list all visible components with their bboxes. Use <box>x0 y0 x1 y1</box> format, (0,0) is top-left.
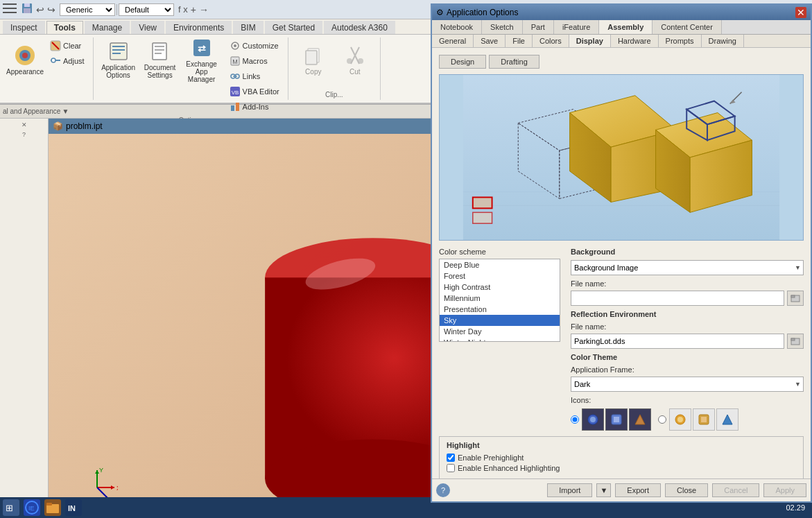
prehighlight-label: Enable Prehighlight <box>458 454 524 462</box>
taskbar-start[interactable]: ⊞ <box>3 499 19 516</box>
app-frame-dropdown[interactable]: Dark Light <box>571 377 804 392</box>
tab-get-started[interactable]: Get Started <box>265 21 322 34</box>
copy-button[interactable]: Copy <box>294 39 333 80</box>
svg-text:⊞: ⊞ <box>6 503 13 513</box>
import-dropdown-button[interactable]: ▼ <box>596 483 611 497</box>
links-button[interactable]: Links <box>227 69 282 83</box>
tab-content-center[interactable]: Content Center <box>653 20 722 34</box>
appearance-button[interactable]: Appearance <box>6 39 44 80</box>
svg-rect-1 <box>3 8 17 9</box>
redo-icon[interactable]: ↪ <box>47 4 55 15</box>
appearance-group-label <box>6 96 87 98</box>
enhanced-highlight-checkbox[interactable] <box>447 464 455 472</box>
subtab-file[interactable]: File <box>506 35 533 47</box>
svg-rect-2 <box>3 12 17 13</box>
background-dropdown-wrapper[interactable]: Background Image 1 Color 2 Colors Image <box>571 260 804 275</box>
background-file-input[interactable] <box>571 291 784 306</box>
cut-label: Cut <box>349 68 361 76</box>
svg-rect-17 <box>153 43 166 60</box>
svg-text:M: M <box>232 58 238 65</box>
tab-view[interactable]: View <box>131 21 164 34</box>
help-button[interactable]: ? <box>436 483 450 497</box>
cut-button[interactable]: Cut <box>336 39 374 80</box>
cancel-button[interactable]: Cancel <box>712 483 759 497</box>
vba-editor-button[interactable]: VB VBA Editor <box>227 85 282 98</box>
prehighlight-checkbox[interactable] <box>447 454 455 462</box>
tab-autodesk[interactable]: Autodesk A360 <box>324 21 395 34</box>
customize-button[interactable]: Customize <box>227 39 282 53</box>
drafting-button[interactable]: Drafting <box>489 55 539 69</box>
enhanced-highlight-row: Enable Enhanced Highlighting <box>447 464 796 472</box>
scheme-forest[interactable]: Forest <box>440 270 560 282</box>
quick-save-icon[interactable] <box>21 2 33 17</box>
svg-rect-78 <box>791 338 795 340</box>
close-button[interactable]: Close <box>665 483 708 497</box>
tab-environments[interactable]: Environments <box>166 21 232 34</box>
svg-marker-83 <box>635 415 645 424</box>
import-button[interactable]: Import <box>547 483 592 497</box>
subtab-drawing[interactable]: Drawing <box>702 35 744 47</box>
app-frame-dropdown-wrapper[interactable]: Dark Light <box>571 377 804 392</box>
scheme-winter-night[interactable]: Winter Night <box>440 337 560 342</box>
subtab-prompts[interactable]: Prompts <box>659 35 702 47</box>
subtab-hardware[interactable]: Hardware <box>611 35 659 47</box>
adjust-button[interactable]: Adjust <box>47 54 87 68</box>
document-settings-button[interactable]: DocumentSettings <box>141 39 180 80</box>
scheme-high-contrast[interactable]: High Contrast <box>440 282 560 293</box>
scheme-deep-blue[interactable]: Deep Blue <box>440 259 560 270</box>
taskbar-inventor[interactable]: IN <box>65 499 82 516</box>
dialog-outer-tabs: Notebook Sketch Part iFeature Assembly C… <box>432 20 811 35</box>
background-file-browse-btn[interactable] <box>787 291 804 306</box>
export-button[interactable]: Export <box>615 483 661 497</box>
reflection-file-input[interactable] <box>571 334 784 349</box>
scheme-winter-day[interactable]: Winter Day <box>440 326 560 337</box>
apply-button[interactable]: Apply <box>763 483 806 497</box>
scheme-millennium[interactable]: Millennium <box>440 293 560 304</box>
tab-tools[interactable]: Tools <box>46 21 83 34</box>
tab-sketch[interactable]: Sketch <box>482 20 523 34</box>
scheme-presentation[interactable]: Presentation <box>440 304 560 315</box>
design-button[interactable]: Design <box>439 55 486 69</box>
exchange-app-button[interactable]: ⇄ ExchangeApp Manager <box>182 39 221 80</box>
tab-ifeature[interactable]: iFeature <box>554 20 599 34</box>
clear-button[interactable]: Clear <box>47 39 87 53</box>
tab-part[interactable]: Part <box>523 20 554 34</box>
icon-light-radio[interactable] <box>658 415 666 424</box>
plus-icon[interactable]: + <box>191 4 196 15</box>
generic-dropdown[interactable]: Generic <box>60 3 115 16</box>
icon-dark-radio[interactable] <box>571 415 579 424</box>
viewport-title: problm.ipt <box>66 121 103 131</box>
taskbar-ie[interactable]: IE <box>24 499 40 516</box>
app-options-icon <box>107 40 130 62</box>
scheme-sky[interactable]: Sky <box>440 315 560 326</box>
arrow-icon[interactable]: → <box>199 4 209 15</box>
tab-notebook[interactable]: Notebook <box>432 20 482 34</box>
viewport-icon: 📦 <box>53 121 63 131</box>
tab-bim[interactable]: BIM <box>233 21 263 34</box>
icon-option-light <box>658 408 738 431</box>
default-dropdown[interactable]: Default <box>119 3 174 16</box>
svg-point-80 <box>590 417 596 422</box>
subtab-save[interactable]: Save <box>474 35 506 47</box>
tab-inspect[interactable]: Inspect <box>3 21 45 34</box>
undo-icon[interactable]: ↩ <box>36 4 44 15</box>
macros-button[interactable]: M Macros <box>227 54 282 68</box>
app-menu-icon[interactable] <box>3 3 17 15</box>
clipboard-items: Copy Cut <box>294 39 374 80</box>
reflection-file-browse-btn[interactable] <box>787 334 804 349</box>
color-scheme-listbox[interactable]: Deep Blue Forest High Contrast Millenniu… <box>439 259 560 342</box>
svg-marker-48 <box>111 485 114 490</box>
breadcrumb-dropdown[interactable]: ▼ <box>62 107 69 115</box>
dialog-close-button[interactable]: ✕ <box>795 7 806 18</box>
background-dropdown[interactable]: Background Image 1 Color 2 Colors Image <box>571 260 804 275</box>
appearance-icon <box>14 44 36 67</box>
tab-manage[interactable]: Manage <box>85 21 130 34</box>
svg-rect-19 <box>155 49 164 51</box>
subtab-general[interactable]: General <box>432 35 474 47</box>
taskbar-folder[interactable] <box>44 499 61 516</box>
subtab-colors[interactable]: Colors <box>533 35 569 47</box>
add-ins-button[interactable]: Add-Ins <box>227 100 282 114</box>
application-options-button[interactable]: ApplicationOptions <box>99 39 138 80</box>
tab-assembly[interactable]: Assembly <box>599 20 653 34</box>
subtab-display[interactable]: Display <box>569 35 611 47</box>
